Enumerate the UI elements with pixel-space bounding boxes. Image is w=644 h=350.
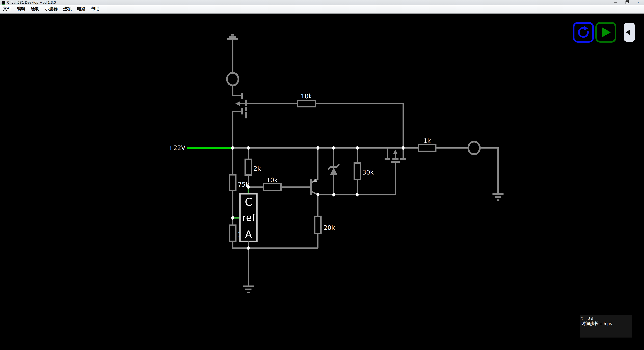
mosfet-left-pchannel[interactable] (233, 92, 246, 148)
wire-ammeter-to-mosfet[interactable] (233, 85, 242, 95)
transistor-pnp[interactable] (311, 148, 318, 195)
svg-text:10k: 10k (301, 92, 312, 100)
wire-to-ground-right[interactable] (480, 148, 498, 194)
menu-options[interactable]: 选项 (63, 6, 72, 12)
circuit-drawing: 10k +22V 2k 10k 75k (0, 13, 644, 350)
wire-feedback-right[interactable] (315, 103, 403, 159)
resistor-30k[interactable]: 30k (354, 163, 374, 179)
app-icon (2, 1, 5, 4)
wire-bottom-run[interactable] (233, 241, 318, 248)
menu-circuit[interactable]: 电路 (77, 6, 86, 12)
transistor-emitter-arrow (312, 178, 317, 182)
circuit-canvas[interactable]: 10k +22V 2k 10k 75k (0, 13, 644, 350)
ground-right[interactable] (492, 194, 504, 200)
restore-button[interactable] (621, 0, 632, 5)
titlebar: CircuitJS1 Desktop Mod 1.3.0 × (0, 0, 644, 5)
resistor-base-10k[interactable]: 10k (263, 176, 281, 190)
minimize-button[interactable] (610, 0, 621, 5)
label-supply[interactable]: +22V (168, 144, 185, 151)
svg-text:10k: 10k (266, 176, 278, 183)
menu-help[interactable]: 帮助 (91, 6, 100, 12)
ground-top[interactable] (227, 35, 238, 39)
status-timestep: 时间步长 = 5 μs (581, 321, 612, 326)
restore-icon (626, 1, 628, 4)
zener-triangle (330, 167, 337, 175)
svg-text:2k: 2k (254, 165, 261, 172)
sidebar-collapse-tab[interactable] (624, 23, 635, 41)
menubar: 文件 编辑 绘制 示波器 选项 电路 帮助 (0, 5, 644, 13)
mosfet-left-drain-lead (233, 111, 242, 148)
menu-edit[interactable]: 编辑 (17, 6, 25, 12)
play-button[interactable] (596, 23, 616, 41)
mosfet-right-arrow (393, 149, 398, 154)
app-window: 10k +22V 2k 10k 75k (0, 0, 644, 350)
svg-text:1k: 1k (423, 137, 431, 144)
ground-bottom[interactable] (243, 286, 254, 292)
resistor-1k[interactable]: 1k (418, 137, 436, 151)
status-time: t = 0 s (581, 316, 593, 320)
mosfet-left-arrow (235, 101, 240, 106)
svg-text:A: A (245, 228, 252, 241)
menu-scope[interactable]: 示波器 (45, 6, 58, 12)
resistor-75k[interactable]: 75k (230, 175, 249, 190)
window-title: CircuitJS1 Desktop Mod 1.3.0 (7, 0, 56, 5)
menu-draw[interactable]: 绘制 (31, 6, 40, 12)
svg-text:20k: 20k (324, 224, 335, 231)
resistor-2k[interactable]: 2k (245, 159, 261, 175)
svg-text:30k: 30k (362, 169, 374, 176)
resistor-20k[interactable]: 20k (315, 216, 335, 234)
transistor-emitter (311, 148, 318, 183)
resistor-feedback-10k[interactable]: 10k (298, 92, 315, 107)
minimize-icon (614, 2, 617, 3)
reset-button[interactable] (574, 23, 593, 41)
svg-text:ref: ref (242, 212, 256, 223)
ammeter-top[interactable] (227, 73, 238, 85)
tl431-regulator[interactable]: C ref A (240, 194, 257, 241)
close-icon: × (637, 0, 639, 5)
svg-text:C: C (245, 196, 252, 208)
menu-file[interactable]: 文件 (3, 6, 12, 12)
close-button[interactable]: × (632, 0, 644, 5)
ammeter-output[interactable] (468, 141, 480, 154)
